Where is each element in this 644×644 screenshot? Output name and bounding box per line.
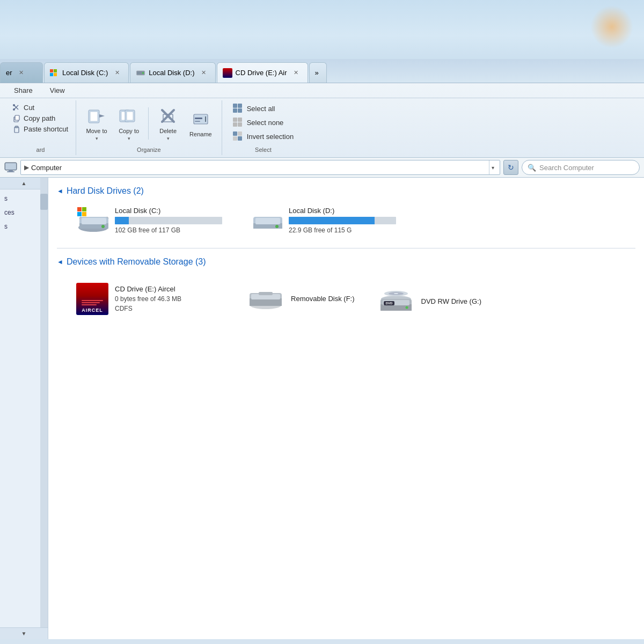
- cut-label: Cut: [24, 104, 34, 112]
- drive-c-item[interactable]: Local Disk (C:) 102 GB free of 117 GB: [73, 203, 225, 237]
- aircel-tab-icon: [223, 68, 232, 78]
- svg-rect-10: [15, 126, 18, 128]
- ribbon-tab-view[interactable]: View: [41, 83, 74, 98]
- removable-collapse-icon[interactable]: ◄: [57, 258, 63, 266]
- svg-point-2: [142, 72, 144, 74]
- rename-label: Rename: [189, 131, 212, 138]
- copy-to-button[interactable]: Copy to ▾: [114, 103, 144, 144]
- hard-drives-grid: Local Disk (C:) 102 GB free of 117 GB: [57, 203, 635, 237]
- address-dropdown[interactable]: ▾: [489, 160, 496, 174]
- refresh-button[interactable]: ↻: [503, 160, 518, 175]
- select-group-label: Select: [231, 147, 296, 153]
- svg-rect-33: [82, 218, 106, 224]
- copy-to-label: Copy to ▾: [119, 128, 139, 142]
- cd-aircel-item[interactable]: AIRCEL CD Drive (E:) Aircel 0 bytes free…: [73, 274, 185, 323]
- select-none[interactable]: Select none: [231, 116, 296, 128]
- select-group: Select all Select none Invert selection …: [222, 100, 312, 155]
- section-divider: [57, 248, 635, 248]
- move-to-button[interactable]: Move to ▾: [82, 103, 112, 144]
- address-arrow-icon: ▶: [24, 164, 29, 171]
- tab-more[interactable]: »: [309, 62, 327, 83]
- cd-aircel-fs: CDFS: [115, 305, 181, 312]
- drive-c-icon: [76, 207, 108, 234]
- svg-text:DVD: DVD: [385, 302, 392, 305]
- svg-point-38: [275, 225, 279, 228]
- tab-local-d-close[interactable]: ✕: [200, 69, 208, 77]
- svg-rect-17: [127, 112, 133, 120]
- content-panel: ◄ Hard Disk Drives (2): [48, 178, 644, 639]
- removable-f-name: Removable Disk (F:): [291, 295, 354, 303]
- tab-local-c[interactable]: Local Disk (C:) ✕: [44, 62, 129, 83]
- svg-rect-23: [195, 121, 200, 122]
- tab-local-d[interactable]: Local Disk (D:) ✕: [130, 62, 215, 83]
- rename-icon: [190, 108, 211, 130]
- ribbon-tab-share[interactable]: Share: [5, 83, 41, 98]
- dvd-g-item[interactable]: DVD DVD RW Drive (G:): [374, 280, 485, 323]
- svg-point-50: [394, 293, 398, 294]
- select-none-label: Select none: [247, 119, 284, 127]
- tab-bar: er ✕ Local Disk (C:) ✕ Local Disk (D:) ✕…: [0, 59, 644, 83]
- select-all[interactable]: Select all: [231, 103, 296, 114]
- select-all-icon: [233, 104, 243, 113]
- address-bar: ▶ Computer ▾ ↻ 🔍 Search Computer: [0, 158, 644, 178]
- tab-cd-e-close[interactable]: ✕: [292, 69, 300, 77]
- clipboard-cut[interactable]: Cut: [11, 103, 36, 113]
- ribbon: Share View Cut: [0, 83, 644, 158]
- sidebar-scrollbar[interactable]: [40, 178, 48, 639]
- svg-point-6: [13, 108, 15, 111]
- removable-f-icon: [247, 284, 284, 313]
- copy-to-icon: [118, 105, 140, 127]
- sidebar-scroll-down[interactable]: ▼: [0, 627, 48, 639]
- address-path-box[interactable]: ▶ Computer ▾: [20, 160, 500, 175]
- tab-local-d-label: Local Disk (D:): [149, 69, 194, 77]
- drive-c-progress: [115, 217, 222, 224]
- svg-rect-43: [259, 292, 273, 295]
- tab-cd-e[interactable]: CD Drive (E:) Air ✕: [217, 62, 308, 83]
- removable-grid: AIRCEL CD Drive (E:) Aircel 0 bytes free…: [57, 274, 635, 323]
- svg-rect-28: [7, 171, 14, 172]
- drive-d-name: Local Disk (D:): [289, 207, 396, 215]
- tab-local-c-close[interactable]: ✕: [113, 69, 121, 77]
- tab-cd-e-label: CD Drive (E:) Air: [236, 69, 287, 77]
- organize-separator: [148, 107, 149, 140]
- drive-d-size: 22.9 GB free of 115 G: [289, 226, 396, 234]
- drive-d-item[interactable]: Local Disk (D:) 22.9 GB free of 115 G: [247, 203, 399, 237]
- svg-rect-41: [250, 298, 282, 306]
- copy-path-label: Copy path: [24, 114, 55, 122]
- computer-icon: [4, 162, 17, 173]
- clipboard-paste-shortcut[interactable]: Paste shortcut: [11, 124, 70, 134]
- tab-first[interactable]: er ✕: [0, 62, 43, 83]
- svg-marker-13: [99, 114, 105, 118]
- sidebar-scrollbar-thumb: [40, 194, 48, 210]
- drive-d-progress: [289, 217, 396, 224]
- dvd-g-name: DVD RW Drive (G:): [421, 297, 481, 305]
- search-box[interactable]: 🔍 Search Computer: [522, 160, 640, 175]
- svg-rect-37: [255, 218, 280, 224]
- clipboard-group: Cut Copy path Paste shortcut: [5, 100, 76, 155]
- organize-group: Move to ▾ Copy to: [76, 100, 222, 155]
- ribbon-tabs: Share View: [0, 83, 644, 98]
- cd-aircel-size: 0 bytes free of 46.3 MB: [115, 295, 181, 303]
- removable-f-item[interactable]: Removable Disk (F:): [244, 274, 357, 323]
- select-none-icon: [233, 118, 243, 127]
- drive-d-info: Local Disk (D:) 22.9 GB free of 115 G: [289, 207, 396, 234]
- rename-button[interactable]: Rename: [185, 106, 216, 140]
- windows-logo-icon: [50, 69, 57, 76]
- svg-point-53: [405, 306, 408, 309]
- paste-shortcut-label: Paste shortcut: [24, 125, 68, 133]
- drive-c-info: Local Disk (C:) 102 GB free of 117 GB: [115, 207, 222, 234]
- computer-icon-wrap: [4, 162, 17, 173]
- clipboard-copy-path[interactable]: Copy path: [11, 113, 57, 123]
- copy-path-icon: [13, 115, 20, 122]
- removable-f-info: Removable Disk (F:): [291, 295, 354, 303]
- scissors-icon: [13, 104, 20, 112]
- tab-more-icon: »: [315, 69, 319, 77]
- organize-items: Move to ▾ Copy to: [82, 103, 216, 144]
- tab-first-close[interactable]: ✕: [18, 69, 25, 77]
- search-placeholder: Search Computer: [539, 164, 594, 172]
- removable-heading: ◄ Devices with Removable Storage (3): [57, 257, 635, 267]
- delete-button[interactable]: Delete ▾: [153, 103, 183, 144]
- invert-selection[interactable]: Invert selection: [231, 130, 296, 142]
- paste-shortcut-icon: [13, 126, 20, 133]
- hard-disks-collapse-icon[interactable]: ◄: [57, 187, 63, 195]
